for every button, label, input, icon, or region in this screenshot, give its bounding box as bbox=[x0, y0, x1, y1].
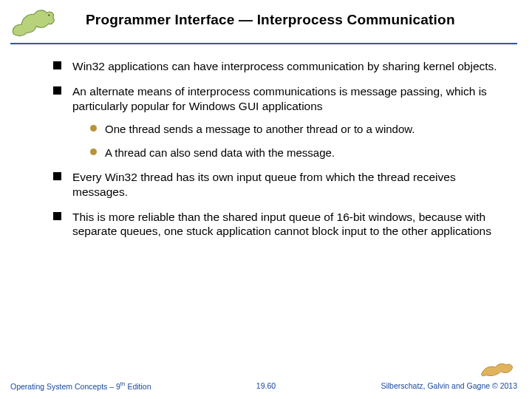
bullet-text: An alternate means of interprocess commu… bbox=[72, 85, 487, 112]
list-item: Win32 applications can have interprocess… bbox=[53, 59, 511, 74]
footer-right: Silberschatz, Galvin and Gagne © 2013 bbox=[381, 381, 517, 390]
footer: Operating System Concepts – 9th Edition … bbox=[0, 365, 532, 399]
header-divider bbox=[10, 43, 517, 44]
list-item: An alternate means of interprocess commu… bbox=[53, 84, 511, 160]
header: Programmer Interface — Interprocess Comm… bbox=[0, 7, 532, 47]
sub-bullet-text: One thread sends a message to another th… bbox=[105, 123, 415, 135]
bullet-text: This is more reliable than the shared in… bbox=[72, 211, 491, 238]
bullet-text: Win32 applications can have interprocess… bbox=[72, 60, 497, 72]
dinosaur-image-top bbox=[10, 4, 58, 37]
list-item: This is more reliable than the shared in… bbox=[53, 210, 511, 239]
bullet-list: Win32 applications can have interprocess… bbox=[53, 59, 511, 239]
dinosaur-image-bottom bbox=[477, 356, 517, 377]
bullet-text: Every Win32 thread has its own input que… bbox=[72, 171, 456, 198]
slide-body: Win32 applications can have interprocess… bbox=[0, 59, 532, 355]
sub-bullet-list: One thread sends a message to another th… bbox=[90, 122, 511, 159]
slide-title: Programmer Interface — Interprocess Comm… bbox=[86, 12, 517, 28]
list-item: Every Win32 thread has its own input que… bbox=[53, 170, 511, 200]
svg-point-0 bbox=[48, 14, 50, 16]
list-item: One thread sends a message to another th… bbox=[90, 122, 511, 136]
slide: Programmer Interface — Interprocess Comm… bbox=[0, 0, 532, 399]
list-item: A thread can also send data with the mes… bbox=[90, 146, 511, 160]
sub-bullet-text: A thread can also send data with the mes… bbox=[105, 146, 335, 159]
